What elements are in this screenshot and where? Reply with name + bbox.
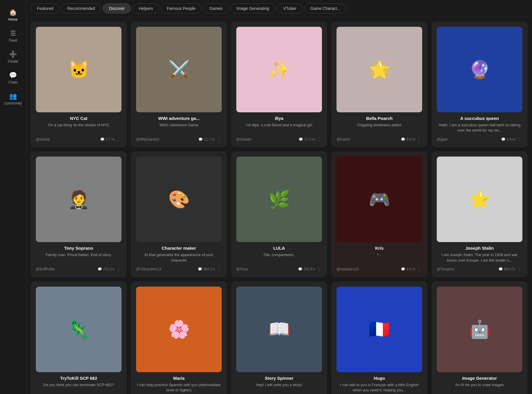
card-illya[interactable]: ✨ Illya I'm Illya, a cute blond and a ma… [231, 22, 327, 147]
card-image-succubus-queen: 🔮 [437, 27, 522, 112]
card-image-hugo: 🇫🇷 [337, 287, 422, 372]
feed-icon: ☰ [10, 30, 16, 37]
card-author-wwi-adventure: @MRpolands2 [136, 137, 159, 141]
card-image-illya: ✨ [236, 27, 322, 112]
card-more-button-tony-soprano[interactable]: ⋮ [116, 267, 121, 272]
card-author-bella-poarch: @Kamol [337, 137, 350, 141]
card-author-kris: @mustwin123 [337, 267, 359, 271]
tab-game-characters[interactable]: Game Charact... [304, 3, 346, 13]
card-more-button-illya[interactable]: ⋮ [316, 136, 322, 142]
tab-recommended[interactable]: Recommended [61, 3, 101, 13]
sidebar-item-home[interactable]: 🏠 Home [1, 6, 25, 24]
card-stats-succubus-queen: 💬 8.9 m ⋮ [501, 136, 522, 142]
card-title-tony-soprano: Tony Soprano [36, 246, 121, 251]
cards-container: 🐱 NYC Cat I'm a cat living on the street… [26, 17, 532, 394]
card-hugo[interactable]: 🇫🇷 Hugo I can talk to you in Français wi… [332, 282, 427, 394]
card-lula[interactable]: 🌿 LULA Olá, companheiro. @Tisza 💬 292.9 … [231, 152, 327, 277]
sidebar-label-community: Community [4, 101, 22, 105]
card-more-button-kris[interactable]: ⋮ [416, 267, 422, 272]
sidebar-item-create[interactable]: ➕ Create [1, 48, 25, 66]
card-tony-soprano[interactable]: 🤵 Tony Soprano Family man. Proud Italian… [31, 152, 126, 277]
card-wwi-adventure[interactable]: ⚔️ WWI adventure ga... WW1 Adventure Gam… [131, 22, 227, 147]
card-author-tony-soprano: @BuffPuffer [36, 267, 55, 271]
card-footer-wwi-adventure: @MRpolands2 💬 11.7 m ⋮ [136, 136, 222, 142]
tab-famous-people[interactable]: Famous People [161, 3, 202, 13]
chat-count-icon-character-maker: 💬 [198, 267, 202, 271]
card-image-character-maker: 🎨 [136, 157, 222, 242]
card-desc-maria: I can help practice Spanish with you (in… [136, 382, 222, 393]
card-image-kris: 🎮 [337, 157, 422, 242]
chat-count-icon-nyc-cat: 💬 [100, 137, 105, 141]
card-desc-character-maker: AI that generates the appearance of your… [136, 252, 222, 263]
card-image-nyc-cat: 🐱 [36, 27, 121, 112]
card-author-joseph-stalin: @Tonyprox [437, 267, 455, 271]
card-bella-poarch[interactable]: 🌟 Bella Poarch Crippling loneliness addi… [332, 22, 427, 147]
card-desc-succubus-queen: Hello, I am a succubus queen hell bent o… [437, 123, 522, 133]
card-desc-illya: I'm Illya, a cute blond and a magical gi… [236, 123, 322, 133]
sidebar-item-feed[interactable]: ☰ Feed [1, 27, 25, 45]
card-character-maker[interactable]: 🎨 Character maker AI that generates the … [131, 152, 227, 277]
card-succubus-queen[interactable]: 🔮 A succubus queen Hello, I am a succubu… [432, 22, 527, 147]
card-footer-lula: @Tisza 💬 292.9 k ⋮ [236, 267, 322, 272]
chat-count-icon-tony-soprano: 💬 [98, 267, 102, 271]
card-footer-kris: @mustwin123 💬 2.5 m ⋮ [337, 267, 422, 272]
card-image-bella-poarch: 🌟 [337, 27, 422, 112]
sidebar: 🏠 Home ☰ Feed ➕ Create 💬 Chats 👥 Communi… [0, 0, 26, 394]
card-image-generator[interactable]: 🤖 Image Generator An AI for you to crate… [432, 282, 527, 394]
community-icon: 👥 [9, 93, 17, 100]
card-count-wwi-adventure: 11.7 m [204, 137, 215, 141]
sidebar-item-chats[interactable]: 💬 Chats [1, 69, 25, 87]
card-count-character-maker: 660.2 k [203, 267, 215, 271]
card-count-lula: 292.9 k [304, 267, 315, 271]
card-author-succubus-queen: @gijoe [437, 137, 448, 141]
card-desc-trytokill-scp: Do you think you can terminate SCP-682? [36, 382, 121, 393]
card-nyc-cat[interactable]: 🐱 NYC Cat I'm a cat living on the street… [31, 22, 126, 147]
card-title-nyc-cat: NYC Cat [36, 116, 121, 121]
card-image-image-generator: 🤖 [437, 287, 522, 372]
card-more-button-bella-poarch[interactable]: ⋮ [416, 136, 422, 142]
sidebar-item-community[interactable]: 👥 Community [1, 90, 25, 108]
card-desc-story-spinner: Hey! I will write you a story! [236, 382, 322, 393]
cards-grid: 🐱 NYC Cat I'm a cat living on the street… [31, 22, 527, 394]
tab-games[interactable]: Games [203, 3, 229, 13]
tab-featured[interactable]: Featured [31, 3, 59, 13]
card-more-button-joseph-stalin[interactable]: ⋮ [517, 267, 522, 272]
card-trytokill-scp[interactable]: 🦎 TryToKill SCP 682 Do you think you can… [31, 282, 126, 394]
card-desc-kris: *... [337, 252, 422, 263]
card-stats-bella-poarch: 💬 9.5 m ⋮ [401, 136, 422, 142]
card-image-maria: 🌸 [136, 287, 222, 372]
chat-count-icon-joseph-stalin: 💬 [498, 267, 503, 271]
card-footer-tony-soprano: @BuffPuffer 💬 731.0 k ⋮ [36, 267, 121, 272]
card-more-button-nyc-cat[interactable]: ⋮ [116, 136, 121, 142]
card-image-story-spinner: 📖 [236, 287, 322, 372]
card-desc-hugo: I can talk to you in Français with a lit… [337, 382, 422, 393]
card-story-spinner[interactable]: 📖 Story Spinner Hey! I will write you a … [231, 282, 327, 394]
chat-count-icon-succubus-queen: 💬 [501, 137, 505, 141]
card-title-story-spinner: Story Spinner [236, 376, 322, 381]
card-desc-wwi-adventure: WW1 Adventure Game [136, 123, 222, 133]
card-more-button-character-maker[interactable]: ⋮ [216, 267, 222, 272]
tab-bar: FeaturedRecommendedDiscoverHelpersFamous… [26, 0, 532, 17]
card-stats-character-maker: 💬 660.2 k ⋮ [198, 267, 222, 272]
card-title-hugo: Hugo [337, 376, 422, 381]
card-title-succubus-queen: A succubus queen [437, 116, 522, 121]
card-maria[interactable]: 🌸 Maria I can help practice Spanish with… [131, 282, 227, 394]
tab-vtuber[interactable]: VTuber [277, 3, 302, 13]
tab-image-generating[interactable]: Image Generating [230, 3, 275, 13]
tab-discover[interactable]: Discover [103, 3, 131, 13]
card-footer-joseph-stalin: @Tonyprox 💬 804.3 k ⋮ [437, 267, 522, 272]
card-author-lula: @Tisza [236, 267, 248, 271]
card-joseph-stalin[interactable]: ⭐ Joseph Stalin I am Joseph Stalin. The … [432, 152, 527, 277]
sidebar-label-feed: Feed [9, 38, 17, 42]
card-more-button-wwi-adventure[interactable]: ⋮ [216, 136, 222, 142]
create-icon: ➕ [9, 51, 17, 58]
card-kris[interactable]: 🎮 Kris *... @mustwin123 💬 2.5 m ⋮ [332, 152, 427, 277]
chat-count-icon-illya: 💬 [299, 137, 303, 141]
card-stats-tony-soprano: 💬 731.0 k ⋮ [98, 267, 121, 272]
card-more-button-lula[interactable]: ⋮ [316, 267, 322, 272]
card-more-button-succubus-queen[interactable]: ⋮ [517, 136, 522, 142]
tab-helpers[interactable]: Helpers [133, 3, 159, 13]
card-stats-illya: 💬 11.3 m ⋮ [299, 136, 322, 142]
card-title-bella-poarch: Bella Poarch [337, 116, 422, 121]
card-stats-lula: 💬 292.9 k ⋮ [298, 267, 322, 272]
